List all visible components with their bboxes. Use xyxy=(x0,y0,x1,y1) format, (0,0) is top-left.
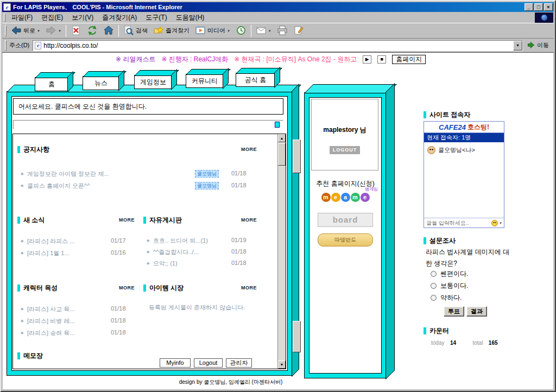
menu-help[interactable]: 도움말(H) xyxy=(172,12,209,23)
tab-home[interactable]: 홈 xyxy=(35,77,68,91)
section-bullet-icon xyxy=(424,111,426,118)
notice-more-link[interactable]: MORE xyxy=(241,147,257,152)
character-item-text[interactable]: [라피스] 비병 레... xyxy=(27,317,74,325)
mail-icon xyxy=(256,25,267,37)
maximize-button[interactable]: □ xyxy=(534,3,543,11)
poll-option[interactable]: 보통이다. xyxy=(431,281,468,290)
stop-button[interactable] xyxy=(68,24,84,38)
tab-community[interactable]: 커뮤니티 xyxy=(186,74,224,88)
character-item-text[interactable]: [라피스] 사교 육... xyxy=(27,305,74,313)
radio-play-button[interactable]: ▶ xyxy=(363,55,371,64)
free-board-item[interactable]: ◆ ^^즐겁합시다../... 01/18 xyxy=(13,248,277,257)
poll-option-label: 약하다. xyxy=(440,293,462,302)
character-more-link[interactable]: MORE xyxy=(119,285,135,290)
mail-dropdown-icon[interactable]: ▼ xyxy=(268,29,271,33)
author-badge: 쿨오뎅님 xyxy=(195,170,219,178)
free-board-item-text[interactable]: ^^즐겁합시다../... xyxy=(153,248,199,256)
tab-official-home[interactable]: 공식 홈 xyxy=(236,73,275,87)
free-board-item-text[interactable]: 흐흐.. 드디어 되...(1) xyxy=(153,237,208,245)
stop-icon xyxy=(71,25,81,37)
logout-button[interactable]: Logout xyxy=(194,358,223,368)
notice-item[interactable]: ◆ 게임정보란 아이템 정보란 제... 쿨오뎅님 01/18 xyxy=(13,170,277,179)
media-dropdown-icon[interactable]: ▼ xyxy=(227,29,230,33)
counter-today-label: today xyxy=(431,340,444,346)
address-url[interactable]: http://coolpis.co.to/ xyxy=(43,42,513,49)
print-button[interactable] xyxy=(274,24,290,38)
tab-game-info[interactable]: 게임정보 xyxy=(134,75,172,89)
poll-option[interactable]: 쎈편이다. xyxy=(431,269,468,279)
minimize-button[interactable]: _ xyxy=(525,3,533,11)
emoticon-button[interactable] xyxy=(491,220,498,226)
poll-result-button[interactable]: 결과 xyxy=(466,306,487,317)
radio-now-playing: ※ 현재곡 : [미소뮤직] As One 2집 - 원하고 xyxy=(234,55,357,64)
scroll-up-button[interactable]: ▲ xyxy=(278,134,286,142)
history-button[interactable] xyxy=(233,24,249,38)
mail-button[interactable]: ▼ xyxy=(253,24,274,38)
item-market-more-link[interactable]: MORE xyxy=(241,285,257,290)
toolbar-grip[interactable] xyxy=(5,25,7,37)
forward-dropdown-icon[interactable]: ▼ xyxy=(58,29,61,33)
character-item[interactable]: ◆ [라피스] 비병 레... 01/18 xyxy=(13,317,277,326)
menu-grip[interactable] xyxy=(4,14,5,22)
toolbar-separator xyxy=(66,25,66,37)
close-button[interactable]: × xyxy=(544,3,553,11)
character-title: 캐릭터 육성 xyxy=(23,283,58,293)
back-dropdown-icon[interactable]: ▼ xyxy=(37,29,40,33)
visitors-header: 사이트 접속자 xyxy=(424,110,470,119)
chat-dropdown-icon[interactable]: ▼ xyxy=(499,222,502,225)
menu-view[interactable]: 보기(V) xyxy=(67,12,98,23)
chat-input[interactable] xyxy=(424,220,491,226)
address-grip[interactable] xyxy=(5,40,7,51)
notice-item-text[interactable]: 쿨피스 홈페이지 오픈^^ xyxy=(27,182,90,190)
free-board-more-link[interactable]: MORE xyxy=(241,217,257,223)
banner-chip xyxy=(275,122,280,128)
search-button[interactable]: 검색 xyxy=(121,24,150,38)
back-button[interactable]: 뒤로 ▼ xyxy=(8,24,43,38)
character-item-text[interactable]: [라피스] 승려 육... xyxy=(27,329,74,337)
mgame-banner[interactable]: m e a m e xyxy=(309,193,381,202)
media-button[interactable]: 미디어 ▼ xyxy=(192,24,233,38)
myinfo-button[interactable]: Myinfo xyxy=(160,358,191,368)
tab-news[interactable]: 뉴스 xyxy=(83,76,119,90)
go-button[interactable]: 이동 xyxy=(523,40,553,52)
notice-item-text[interactable]: 게임정보란 아이템 정보란 제... xyxy=(27,170,109,178)
section-bullet-icon xyxy=(17,284,20,292)
scrollbar-thumb[interactable] xyxy=(278,143,286,166)
item-bullet-icon: ◆ xyxy=(147,250,149,254)
item-bullet-icon: ◆ xyxy=(147,238,149,243)
home-button[interactable] xyxy=(100,24,117,38)
news-more-link[interactable]: MORE xyxy=(119,217,135,223)
admin-button[interactable]: 관리자 xyxy=(226,358,252,368)
cafe24-banner[interactable]: CAFE24 호스팅! xyxy=(424,122,504,133)
address-input[interactable]: e http://coolpis.co.to/ ▼ xyxy=(33,40,523,51)
menu-file[interactable]: 파일(F) xyxy=(7,12,37,23)
radio-stop-button[interactable]: ■ xyxy=(377,55,386,64)
favorites-button[interactable]: 즐겨찾기 xyxy=(150,24,192,38)
character-item[interactable]: ◆ [라피스] 승려 육... 01/18 xyxy=(13,329,277,338)
radio-homepage-button[interactable]: 홈페이지 xyxy=(392,55,426,64)
refresh-button[interactable] xyxy=(84,24,100,38)
free-board-item[interactable]: ◆ 흐흐.. 드디어 되...(1) 01/19 xyxy=(13,237,277,245)
menu-edit[interactable]: 편집(E) xyxy=(37,12,67,23)
board-banner[interactable]: board xyxy=(318,213,373,227)
vote-button[interactable]: 투표 xyxy=(444,306,464,317)
menu-tools[interactable]: 도구(T) xyxy=(141,12,171,23)
forward-button[interactable]: ▼ xyxy=(43,24,64,38)
ie-icon: e xyxy=(3,3,11,11)
scroll-down-button[interactable]: ▼ xyxy=(278,361,286,369)
free-board-item[interactable]: ◆ 으악;; (1) 01/18 xyxy=(13,260,277,268)
menu-favorites[interactable]: 즐겨찾기(A) xyxy=(98,12,141,23)
welcome-message: 어서오세요. 쿨피스에 오신 것을 환영합니다. xyxy=(13,98,283,115)
profile-logout-button[interactable]: LOGOUT xyxy=(330,146,360,154)
notice-item[interactable]: ◆ 쿨피스 홈페이지 오픈^^ 쿨오뎅님 01/18 xyxy=(13,182,277,191)
mgame-letter: e xyxy=(331,193,340,202)
edit-button[interactable] xyxy=(290,24,307,38)
poll-option[interactable]: 약하다. xyxy=(431,293,462,302)
radio-icon[interactable] xyxy=(431,295,437,301)
free-board-item-text[interactable]: 으악;; (1) xyxy=(153,260,178,268)
radio-icon[interactable] xyxy=(431,271,437,277)
address-dropdown-button[interactable]: ▼ xyxy=(513,41,522,50)
radio-icon[interactable] xyxy=(431,283,437,289)
band-banner[interactable]: 따뎅반드 xyxy=(318,233,373,246)
board-scrollbar[interactable]: ▲ ▼ xyxy=(277,134,286,369)
